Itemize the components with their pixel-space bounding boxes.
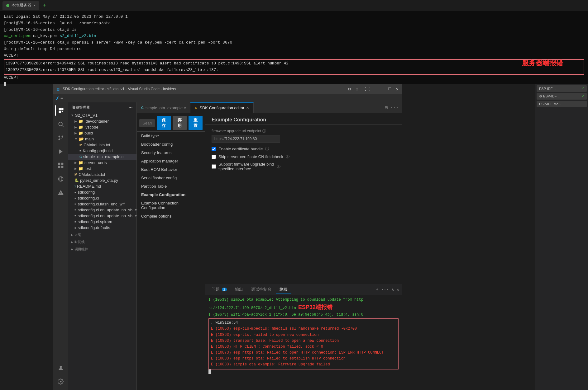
sidebar-section-timeline[interactable]: ▶ 时间线	[68, 238, 136, 245]
add-terminal-icon[interactable]: +	[376, 287, 379, 292]
tree-item-cmake2[interactable]: M CMakeLists.txt	[68, 172, 136, 177]
vscode-window-controls: ⊟ ⊞ ⋮⋮ ─ □ ✕	[348, 87, 399, 92]
tree-item-server-certs[interactable]: ▶ 📁 server_certs	[68, 160, 136, 166]
layout-split-icon[interactable]: ⊞	[356, 87, 358, 92]
tree-item-sdkconfig-defaults[interactable]: ≡ sdkconfig.defaults	[68, 225, 136, 231]
split-editor-icon[interactable]: ⊟	[385, 105, 388, 111]
tree-label: sdkconfig.ci	[78, 196, 99, 200]
discard-button[interactable]: 弃用	[173, 116, 187, 130]
terminal-line: ca_cert.pem ca_key.pem s2_dht11_v2.bin	[4, 33, 584, 40]
folder-icon: 📁	[78, 119, 83, 124]
warning-icon[interactable]	[55, 187, 66, 198]
tree-item-sdkconfig-spiram[interactable]: ≡ sdkconfig.ci.spiram	[68, 219, 136, 225]
terminal-error-box: , winSize:64 E (10853) esp-tls-mbedtls: …	[208, 318, 399, 369]
terminal-tab[interactable]: 本地服务器 ✕	[2, 1, 39, 10]
account-icon[interactable]	[55, 362, 66, 374]
svg-rect-7	[61, 163, 64, 165]
tree-item-sdkconfig-rsa[interactable]: ≡ sdkconfig.ci.on_update_no_sb_rsa	[68, 213, 136, 219]
panel-tab-problems[interactable]: 问题 2	[208, 285, 231, 294]
sdk-nav-serial-flasher[interactable]: Serial flasher config	[137, 174, 205, 182]
skip-cn-info-icon[interactable]: ⓘ	[286, 154, 289, 159]
vscode-title-text: SDK Configuration editor - s2_ota_v1 - V…	[63, 87, 176, 91]
reset-button[interactable]: 重置	[189, 116, 203, 130]
tab-sdk-config[interactable]: ⚙ SDK Configuration editor ✕	[190, 102, 254, 113]
save-button[interactable]: 保存	[157, 116, 171, 130]
tree-item-pytest[interactable]: 🐍 pytest_simple_ota.py	[68, 177, 136, 183]
tree-item-devcontainer[interactable]: ▶ 📁 .devcontainer	[68, 118, 136, 124]
sdk-nav-boot-rom[interactable]: Boot ROM Behavior	[137, 165, 205, 174]
firmware-url-input[interactable]	[212, 135, 280, 143]
tree-item-simple-ota[interactable]: C simple_ota_example.c	[68, 154, 136, 160]
debug-icon[interactable]	[55, 146, 66, 157]
esp-idf-button-3[interactable]: ESP-IDF Mo...	[537, 101, 587, 107]
enable-cert-bundle-row: Enable certificate bundle ⓘ	[212, 146, 395, 152]
maximize-icon[interactable]: □	[388, 87, 391, 92]
sidebar-more-icon[interactable]: ···	[129, 105, 133, 110]
sidebar-section-components[interactable]: ▶ 项目组件	[68, 245, 136, 252]
tree-item-sdkconfig-ecdsa[interactable]: ≡ sdkconfig.ci.on_update_no_sb_ecdsa	[68, 207, 136, 213]
close-icon[interactable]: ✕	[396, 87, 399, 92]
sdk-nav-app-manager[interactable]: Application manager	[137, 157, 205, 165]
terminal-panel-content: I (10533) simple_ota_example: Attempting…	[205, 295, 402, 390]
remote-icon[interactable]	[55, 173, 66, 185]
panel-up-icon[interactable]: ∧	[391, 287, 394, 292]
sdk-nav-example-conn[interactable]: Example Connection Configuration	[137, 199, 205, 212]
search-parameter-input[interactable]	[139, 119, 155, 127]
sdk-nav-partition[interactable]: Partition Table	[137, 182, 205, 190]
tree-item-kconfig[interactable]: ≡ Kconfig.projbuild	[68, 148, 136, 154]
tree-label: CMakeLists.txt	[79, 172, 105, 177]
firmware-info-icon[interactable]: ⓘ	[262, 129, 266, 133]
esp-idf-button-1[interactable]: ESP-IDF ... ✓	[537, 85, 587, 92]
eq-icon: ≡	[79, 149, 81, 153]
hamburger-icon[interactable]: ≡	[60, 96, 63, 101]
panel-tab-output[interactable]: 输出	[231, 285, 247, 294]
source-control-icon[interactable]	[55, 132, 66, 143]
add-tab-icon[interactable]: +	[43, 2, 46, 10]
minimize-icon[interactable]: ─	[381, 87, 383, 92]
esp-idf-button-2[interactable]: ⚙ ESP-IDF ... ✓	[537, 93, 587, 100]
panel-more-icon[interactable]: ···	[381, 287, 389, 292]
tree-item-sdkconfig-ci[interactable]: ≡ sdkconfig.ci	[68, 195, 136, 201]
svg-marker-5	[59, 149, 63, 154]
panel-tab-debug-console[interactable]: 调试控制台	[247, 285, 275, 294]
tree-item-sdkconfig[interactable]: ≡ sdkconfig	[68, 189, 136, 195]
tab-problems-label: 问题	[212, 287, 220, 292]
skip-cn-checkbox[interactable]	[212, 155, 216, 159]
tree-item-readme[interactable]: ℹ README.md	[68, 183, 136, 189]
esp-idf-label-1: ESP-IDF ...	[539, 87, 557, 91]
tree-item-vscode[interactable]: ▶ 📁 .vscode	[68, 124, 136, 130]
panel-close-icon[interactable]: ✕	[397, 287, 399, 292]
sdk-nav-security[interactable]: Security features	[137, 148, 205, 157]
support-firmware-checkbox[interactable]	[212, 164, 216, 169]
layout-icon[interactable]: ⊟	[348, 87, 351, 92]
tree-item-build[interactable]: ▶ 📁 build	[68, 130, 136, 136]
tree-item-cmakelists[interactable]: M CMakeLists.txt	[68, 142, 136, 148]
cert-bundle-info-icon[interactable]: ⓘ	[265, 146, 269, 152]
layout-grid-icon[interactable]: ⋮⋮	[363, 87, 372, 92]
more-actions-icon[interactable]: ···	[390, 105, 399, 110]
tab-simple-ota[interactable]: C simple_ota_example.c	[137, 102, 190, 113]
tree-root[interactable]: ▼ S2_OTA_V1	[68, 112, 136, 118]
sdk-nav-bootloader[interactable]: Bootloader config	[137, 140, 205, 148]
terminal-line: Using default temp DH parameters	[4, 46, 584, 53]
search-icon[interactable]	[55, 119, 66, 130]
tree-item-sdkconfig-flash[interactable]: ≡ sdkconfig.ci.flash_enc_wifi	[68, 201, 136, 207]
tab-close-button[interactable]: ✕	[246, 106, 249, 110]
tree-item-main[interactable]: ▼ 📂 main	[68, 136, 136, 142]
enable-cert-bundle-checkbox[interactable]	[212, 147, 216, 151]
explorer-icon[interactable]	[55, 105, 66, 116]
sdk-nav-example-config[interactable]: Example Configuration	[137, 190, 205, 199]
sdk-nav-compiler[interactable]: Compiler options	[137, 212, 205, 220]
sdk-nav-build-type[interactable]: Build type	[137, 132, 205, 140]
extensions-icon[interactable]	[55, 160, 66, 171]
tree-item-test[interactable]: ▶ 📁 test	[68, 166, 136, 172]
support-firmware-info-icon[interactable]: ⓘ	[277, 164, 280, 169]
sidebar-section-outline[interactable]: ▶ 大纲	[68, 231, 136, 238]
check-icon-1: ✓	[581, 87, 584, 91]
panel-tab-terminal[interactable]: 终端	[276, 285, 291, 294]
settings-icon[interactable]	[55, 376, 66, 387]
vscode-titlebar: ⧈ SDK Configuration editor - s2_ota_v1 -…	[53, 84, 402, 94]
terminal-line: [root@VM-16-16-centos ~]# cd ../home/esp…	[4, 20, 584, 27]
tab-close-icon[interactable]: ✕	[33, 3, 36, 8]
support-firmware-label: Support firmware upgrade bind specified …	[218, 162, 274, 171]
